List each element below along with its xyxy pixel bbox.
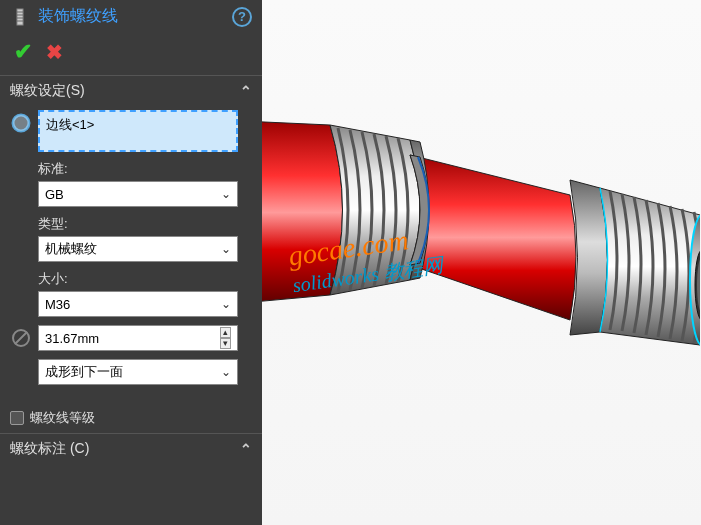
chevron-up-icon: ⌃ — [240, 441, 252, 457]
edge-value: 边线<1> — [46, 116, 94, 134]
thread-grade-row[interactable]: 螺纹线等级 — [0, 403, 262, 433]
chevron-down-icon: ⌄ — [221, 297, 231, 311]
section-title: 螺纹标注 (C) — [10, 440, 89, 458]
thread-grade-checkbox[interactable] — [10, 411, 24, 425]
chevron-down-icon: ⌄ — [221, 242, 231, 256]
standard-label: 标准: — [38, 160, 252, 178]
chevron-down-icon: ⌄ — [221, 187, 231, 201]
panel-title: 装饰螺纹线 — [38, 6, 224, 27]
action-row: ✔ ✖ — [0, 35, 262, 75]
end-condition-value: 成形到下一面 — [45, 363, 123, 381]
section-thread-settings-body: 边线<1> 标准: GB ⌄ 类型: 机械螺纹 ⌄ 大小: M36 ⌄ — [0, 106, 262, 403]
cosmetic-thread-icon — [10, 7, 30, 27]
svg-line-11 — [15, 332, 27, 344]
chevron-down-icon: ⌄ — [221, 365, 231, 379]
thread-grade-label: 螺纹线等级 — [30, 409, 95, 427]
type-value: 机械螺纹 — [45, 240, 97, 258]
cancel-button[interactable]: ✖ — [46, 40, 63, 64]
standard-select[interactable]: GB ⌄ — [38, 181, 238, 207]
size-select[interactable]: M36 ⌄ — [38, 291, 238, 317]
diameter-icon — [10, 327, 32, 349]
spinner-buttons[interactable]: ▴ ▾ — [220, 327, 231, 349]
depth-spinner[interactable]: 31.67mm ▴ ▾ — [38, 325, 238, 351]
spinner-up-icon[interactable]: ▴ — [220, 327, 231, 338]
property-panel: 装饰螺纹线 ? ✔ ✖ 螺纹设定(S) ⌃ 边线<1> 标准: GB ⌄ 类型: — [0, 0, 262, 525]
edge-selection-input[interactable]: 边线<1> — [38, 110, 238, 152]
depth-value: 31.67mm — [45, 331, 99, 346]
size-value: M36 — [45, 297, 70, 312]
section-thread-callout-header[interactable]: 螺纹标注 (C) ⌃ — [0, 433, 262, 464]
help-icon[interactable]: ? — [232, 7, 252, 27]
svg-point-9 — [13, 115, 29, 131]
size-label: 大小: — [38, 270, 252, 288]
type-label: 类型: — [38, 215, 252, 233]
section-title: 螺纹设定(S) — [10, 82, 85, 100]
type-select[interactable]: 机械螺纹 ⌄ — [38, 236, 238, 262]
end-condition-select[interactable]: 成形到下一面 ⌄ — [38, 359, 238, 385]
edge-selection-icon — [10, 112, 32, 134]
standard-value: GB — [45, 187, 64, 202]
section-thread-settings-header[interactable]: 螺纹设定(S) ⌃ — [0, 75, 262, 106]
ok-button[interactable]: ✔ — [14, 39, 32, 65]
chevron-up-icon: ⌃ — [240, 83, 252, 99]
shaft-model — [260, 80, 700, 450]
spinner-down-icon[interactable]: ▾ — [220, 338, 231, 349]
svg-rect-3 — [17, 9, 23, 25]
panel-header: 装饰螺纹线 ? — [0, 0, 262, 35]
